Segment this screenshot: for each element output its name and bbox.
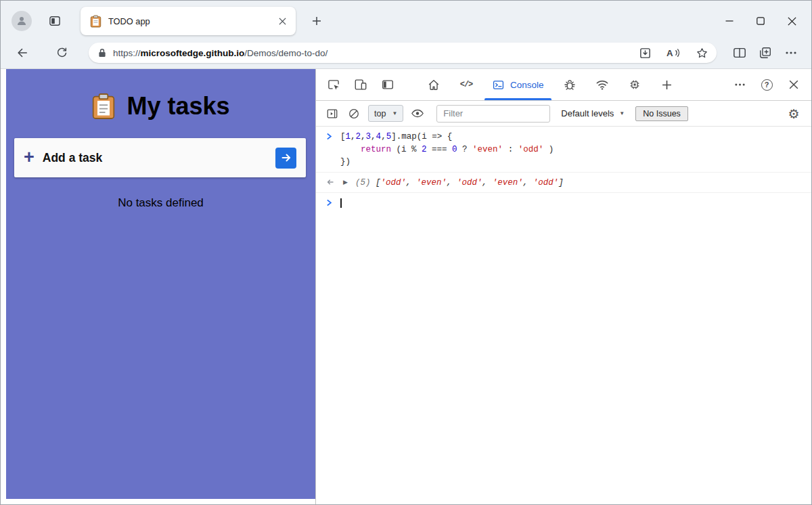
console-input-chevron-icon <box>326 133 332 140</box>
ellipsis-icon <box>786 51 796 54</box>
network-icon <box>595 78 609 91</box>
maximize-icon <box>757 17 765 25</box>
tab-close-button[interactable] <box>274 13 290 29</box>
new-tab-button[interactable] <box>304 9 329 32</box>
devtools-tabbar-right: ? <box>726 69 807 100</box>
console-sidebar-button[interactable] <box>321 104 343 123</box>
console-result-value: (5) ['odd', 'even', 'odd', 'even', 'odd'… <box>355 177 806 190</box>
text-cursor-caret <box>340 198 342 208</box>
browser-window: TODO app ht <box>0 0 812 505</box>
close-icon <box>789 80 798 89</box>
console-tab-label: Console <box>510 80 544 90</box>
read-aloud-icon: A <box>667 47 681 59</box>
minimize-button[interactable] <box>714 7 745 35</box>
star-icon <box>696 47 708 60</box>
split-screen-icon <box>733 46 746 60</box>
home-icon <box>427 78 441 91</box>
cpu-chip-icon <box>628 78 641 91</box>
collections-icon <box>759 46 772 60</box>
expand-triangle-icon[interactable]: ▶ <box>343 179 348 185</box>
collections-button[interactable] <box>753 41 777 64</box>
empty-tasks-message: No tasks defined <box>6 196 315 210</box>
console-settings-gear-icon[interactable]: ⚙ <box>782 106 806 121</box>
clear-console-icon <box>348 108 360 120</box>
console-toolbar: top ▼ Default levels ▼ No Issues ⚙ <box>316 101 811 127</box>
close-icon <box>279 18 286 25</box>
read-aloud-button[interactable]: A <box>662 44 685 62</box>
tab-actions-button[interactable] <box>43 9 67 32</box>
devtools-more-button[interactable] <box>726 69 753 100</box>
add-task-submit-button[interactable] <box>275 148 296 169</box>
tab-performance[interactable] <box>618 69 651 100</box>
web-page: My tasks + Add a task No tasks defined <box>1 69 315 504</box>
back-arrow-icon <box>16 46 29 60</box>
console-icon <box>492 79 505 91</box>
inspect-element-button[interactable] <box>320 69 347 100</box>
ellipsis-icon <box>735 83 745 86</box>
help-icon: ? <box>761 79 773 91</box>
tab-console[interactable]: Console <box>482 69 554 100</box>
device-emulation-icon <box>354 78 367 91</box>
add-task-label: Add a task <box>43 151 275 165</box>
svg-text:A: A <box>667 48 673 58</box>
plus-icon <box>312 16 321 26</box>
window-controls <box>714 7 807 35</box>
console-prompt-chevron-icon <box>326 199 332 206</box>
window-close-icon <box>788 17 796 26</box>
devtools-help-button[interactable]: ? <box>753 69 780 100</box>
devtools-close-button[interactable] <box>780 69 807 100</box>
page-title: My tasks <box>127 92 229 120</box>
focus-mode-button[interactable] <box>374 69 401 100</box>
devtools-tabbar: </> Console <box>316 69 811 101</box>
devtools-tool-tabs: </> Console <box>418 69 683 100</box>
focus-mode-icon <box>381 78 394 91</box>
return-value-arrow-icon <box>326 179 334 185</box>
javascript-context-selector[interactable]: top ▼ <box>368 105 403 122</box>
install-app-icon <box>639 47 652 60</box>
lock-icon[interactable] <box>97 47 107 58</box>
tab-network[interactable] <box>586 69 618 100</box>
url-scheme: https:// <box>113 48 141 58</box>
refresh-button[interactable] <box>49 41 74 64</box>
console-prompt[interactable] <box>316 193 811 214</box>
log-levels-dropdown[interactable]: Default levels ▼ <box>561 108 625 118</box>
console-filter-input[interactable] <box>436 105 550 123</box>
address-bar[interactable]: https://microsoftedge.github.io/Demos/de… <box>89 43 717 63</box>
inspect-icon <box>327 78 340 91</box>
window-close-button[interactable] <box>776 7 807 35</box>
maximize-button[interactable] <box>745 7 776 35</box>
add-task-input[interactable]: + Add a task <box>14 138 306 177</box>
console-input-echo: [1,2,3,4,5].map(i => { return (i % 2 ===… <box>316 127 811 173</box>
content-area: My tasks + Add a task No tasks defined <box>1 69 811 504</box>
settings-more-button[interactable] <box>779 41 803 64</box>
url-domain: microsoftedge.github.io <box>141 48 245 58</box>
clear-console-button[interactable] <box>343 104 365 123</box>
live-expression-button[interactable] <box>407 104 428 123</box>
install-app-button[interactable] <box>633 44 656 62</box>
person-icon <box>16 15 28 27</box>
devtools-panel: </> Console <box>315 69 811 504</box>
bug-icon <box>563 78 577 91</box>
tab-elements[interactable]: </> <box>450 69 482 100</box>
chevron-down-icon: ▼ <box>619 110 625 116</box>
back-button[interactable] <box>10 41 35 64</box>
tab-welcome[interactable] <box>418 69 450 100</box>
elements-icon: </> <box>460 80 473 89</box>
tab-actions-icon <box>48 14 62 28</box>
tab-strip: TODO app <box>1 1 811 41</box>
split-screen-button[interactable] <box>727 41 752 64</box>
add-tool-tab-button[interactable] <box>651 69 683 100</box>
todo-app-panel: My tasks + Add a task No tasks defined <box>6 69 315 499</box>
clipboard-icon <box>91 93 116 120</box>
device-emulation-button[interactable] <box>347 69 374 100</box>
console-output[interactable]: [1,2,3,4,5].map(i => { return (i % 2 ===… <box>316 127 811 504</box>
tab-debugger[interactable] <box>554 69 586 100</box>
favorites-star-button[interactable] <box>690 44 713 62</box>
console-sidebar-icon <box>326 108 338 120</box>
browser-tab[interactable]: TODO app <box>81 7 296 35</box>
console-input-code: [1,2,3,4,5].map(i => { return (i % 2 ===… <box>340 131 806 169</box>
tab-title: TODO app <box>108 16 274 26</box>
profile-avatar[interactable] <box>12 11 32 31</box>
minimize-icon <box>725 17 734 25</box>
issues-badge[interactable]: No Issues <box>635 106 688 121</box>
